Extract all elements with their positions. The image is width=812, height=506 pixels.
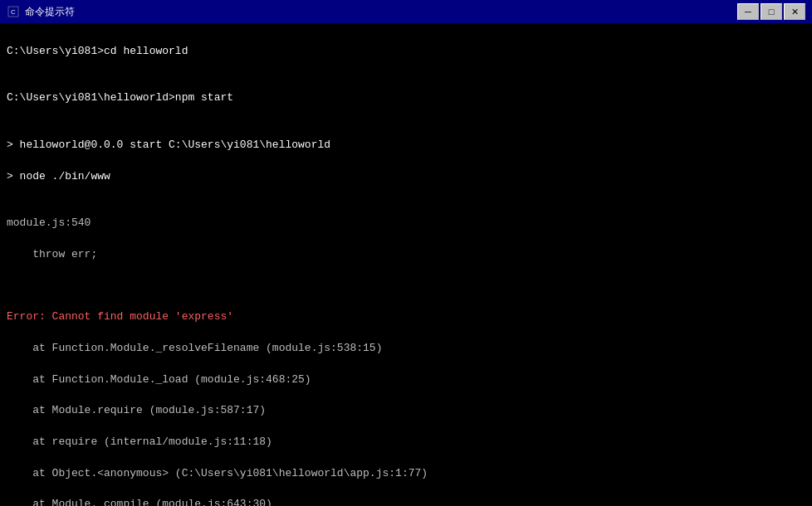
terminal-output: C:\Users\yi081>cd helloworld C:\Users\yi…	[0, 23, 812, 506]
app-icon: C	[7, 5, 20, 18]
maximize-button[interactable]: □	[761, 3, 782, 20]
terminal-line: at Function.Module._load (module.js:468:…	[7, 372, 805, 388]
terminal-line: at Module.require (module.js:587:17)	[7, 403, 805, 419]
terminal-line: at Object.<anonymous> (C:\Users\yi081\he…	[7, 466, 805, 482]
title-bar: C 命令提示符 ─ □ ✕	[0, 0, 812, 23]
close-button[interactable]: ✕	[784, 3, 805, 20]
svg-text:C: C	[11, 8, 16, 16]
window-title: 命令提示符	[25, 5, 75, 19]
terminal-line: at require (internal/module.js:11:18)	[7, 435, 805, 450]
title-bar-left: C 命令提示符	[7, 5, 75, 19]
terminal-line: at Function.Module._resolveFilename (mod…	[7, 341, 805, 357]
terminal-line: throw err;	[7, 247, 805, 263]
minimize-button[interactable]: ─	[737, 3, 759, 20]
terminal-line: > node ./bin/www	[7, 169, 805, 185]
terminal-line: > helloworld@0.0.0 start C:\Users\yi081\…	[7, 138, 805, 153]
terminal-line: C:\Users\yi081\helloworld>npm start	[7, 90, 805, 106]
window-controls[interactable]: ─ □ ✕	[737, 3, 805, 20]
terminal-line: at Module._compile (module.js:643:30)	[7, 497, 805, 506]
terminal-line: Error: Cannot find module 'express'	[7, 309, 805, 325]
terminal-line: module.js:540	[7, 216, 805, 231]
terminal-line: C:\Users\yi081>cd helloworld	[7, 44, 805, 60]
